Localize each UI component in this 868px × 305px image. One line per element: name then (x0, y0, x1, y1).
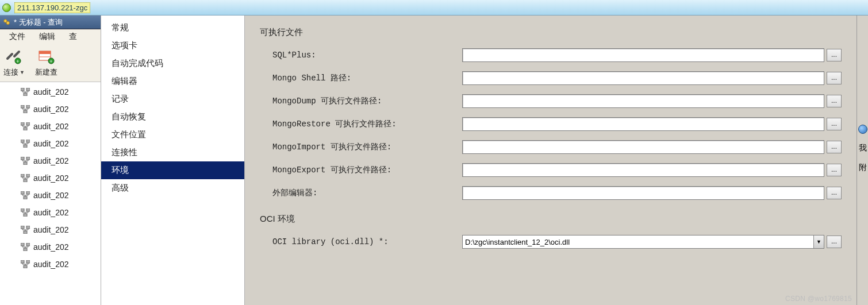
category-records[interactable]: 记录 (101, 90, 244, 108)
connection-tree[interactable]: audit_202 audit_202 audit_202 audit_202 … (0, 82, 101, 305)
tree-item-label: audit_202 (33, 139, 69, 148)
browse-button[interactable]: ... (827, 49, 842, 61)
mongodump-input[interactable] (462, 94, 824, 108)
svg-rect-34 (26, 226, 30, 229)
svg-rect-21 (21, 157, 24, 160)
svg-rect-18 (21, 140, 24, 142)
menubar: 文件 编辑 查 (0, 29, 101, 44)
field-mongo-shell: Mongo Shell 路径: ... (260, 71, 842, 85)
svg-rect-22 (26, 157, 30, 160)
chevron-down-icon[interactable]: ▼ (813, 235, 824, 248)
new-query-button[interactable]: + 新建查 (35, 49, 57, 78)
field-mongodump: MongoDump 可执行文件路径: ... (260, 94, 842, 108)
mongoimport-label: MongoImport 可执行文件路径: (260, 142, 462, 152)
svg-rect-14 (24, 110, 27, 113)
tree-item[interactable]: audit_202 (0, 152, 101, 169)
category-autorecover[interactable]: 自动恢复 (101, 108, 244, 126)
category-autocomplete[interactable]: 自动完成代码 (101, 55, 244, 72)
svg-rect-20 (24, 145, 27, 148)
tree-item[interactable]: audit_202 (0, 204, 101, 221)
svg-rect-41 (24, 265, 27, 268)
right-panel-char2[interactable]: 附 (859, 163, 867, 173)
browse-button[interactable]: ... (827, 187, 842, 199)
table-node-icon (21, 88, 30, 96)
mongorestore-label: MongoRestore 可执行文件路径: (260, 119, 462, 129)
svg-rect-35 (24, 231, 27, 234)
svg-rect-32 (24, 214, 27, 217)
mongo-shell-input[interactable] (462, 71, 824, 85)
svg-text:+: + (17, 59, 20, 64)
svg-rect-27 (21, 191, 24, 194)
tree-item[interactable]: audit_202 (0, 101, 101, 118)
table-icon: + (37, 49, 55, 65)
tree-item[interactable]: audit_202 (0, 118, 101, 135)
svg-rect-23 (24, 162, 27, 165)
svg-text:+: + (50, 59, 53, 64)
table-node-icon (21, 243, 30, 251)
section-executables: 可执行文件 (260, 27, 842, 38)
settings-category-list: 常规 选项卡 自动完成代码 编辑器 记录 自动恢复 文件位置 连接性 环境 高级 (101, 16, 245, 305)
category-connectivity[interactable]: 连接性 (101, 144, 244, 161)
tree-item[interactable]: audit_202 (0, 238, 101, 256)
toolbar: + 连接▼ + 新建查 (0, 44, 101, 82)
chevron-down-icon[interactable]: ▼ (20, 70, 25, 75)
mongo-shell-label: Mongo Shell 路径: (260, 73, 462, 83)
category-editor[interactable]: 编辑器 (101, 72, 244, 90)
category-environment[interactable]: 环境 (101, 161, 244, 179)
svg-rect-30 (21, 209, 24, 211)
tree-item[interactable]: audit_202 (0, 221, 101, 238)
browse-button[interactable]: ... (827, 118, 842, 130)
field-mongorestore: MongoRestore 可执行文件路径: ... (260, 117, 842, 131)
ext-editor-input[interactable] (462, 186, 824, 200)
mongorestore-input[interactable] (462, 117, 824, 131)
info-icon[interactable] (858, 125, 867, 134)
tree-item-label: audit_202 (33, 191, 69, 200)
svg-rect-11 (24, 93, 27, 96)
category-general[interactable]: 常规 (101, 19, 244, 37)
field-sqlplus: SQL*Plus: ... (260, 48, 842, 62)
tree-item[interactable]: audit_202 (0, 187, 101, 204)
window-title: 211.137.190.221-zgc (14, 2, 90, 13)
field-mongoexport: MongoExport 可执行文件路径: ... (260, 163, 842, 177)
category-file-location[interactable]: 文件位置 (101, 126, 244, 144)
svg-rect-36 (21, 243, 24, 246)
category-advanced[interactable]: 高级 (101, 179, 244, 197)
table-node-icon (21, 209, 30, 217)
category-tabs[interactable]: 选项卡 (101, 37, 244, 55)
ext-editor-label: 外部编辑器: (260, 188, 462, 198)
menu-view[interactable]: 查 (62, 30, 84, 44)
browse-button[interactable]: ... (827, 235, 842, 248)
section-oci: OCI 环境 (260, 214, 842, 225)
mongoimport-input[interactable] (462, 140, 824, 154)
query-tab-icon (2, 18, 11, 27)
browse-button[interactable]: ... (827, 141, 842, 153)
oci-lib-combo[interactable]: D:\zgc\instantclient_12_2\oci.dll ▼ (462, 235, 824, 249)
tree-item[interactable]: audit_202 (0, 135, 101, 152)
tree-item-label: audit_202 (33, 122, 69, 131)
tree-item[interactable]: audit_202 (0, 83, 101, 101)
svg-rect-26 (24, 179, 27, 182)
svg-rect-5 (39, 51, 51, 54)
svg-rect-25 (26, 174, 30, 177)
browse-button[interactable]: ... (827, 164, 842, 176)
connect-button[interactable]: + 连接▼ (3, 49, 25, 78)
table-node-icon (21, 226, 30, 234)
menu-edit[interactable]: 编辑 (32, 30, 62, 44)
tree-item-label: audit_202 (33, 225, 69, 234)
svg-rect-40 (26, 260, 30, 263)
browse-button[interactable]: ... (827, 95, 842, 107)
svg-rect-16 (26, 122, 30, 125)
tree-item-label: audit_202 (33, 156, 69, 165)
connect-label: 连接 (3, 67, 18, 78)
child-window-title: * 无标题 - 查询 (14, 17, 63, 28)
svg-rect-28 (26, 191, 30, 194)
sqlplus-input[interactable] (462, 48, 824, 62)
browse-button[interactable]: ... (827, 72, 842, 84)
tree-item[interactable]: audit_202 (0, 256, 101, 273)
table-node-icon (21, 174, 30, 182)
svg-rect-38 (24, 248, 27, 251)
menu-file[interactable]: 文件 (2, 30, 32, 44)
mongoexport-input[interactable] (462, 163, 824, 177)
tree-item[interactable]: audit_202 (0, 169, 101, 187)
right-panel-char1[interactable]: 我 (859, 143, 867, 153)
